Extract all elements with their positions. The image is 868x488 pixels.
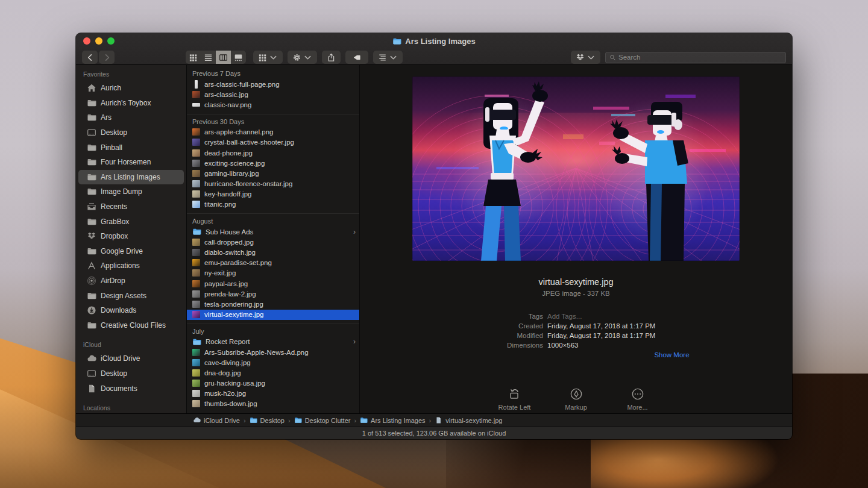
folder-icon bbox=[87, 157, 96, 167]
dropbox-button[interactable] bbox=[571, 51, 600, 64]
sidebar-item-four-horsemen[interactable]: Four Horsemen bbox=[78, 155, 184, 170]
file-group: AugustSub House Ads›call-dropped.jpgdiab… bbox=[187, 213, 359, 324]
file-name: Sub House Ads bbox=[206, 228, 253, 236]
sort-button[interactable] bbox=[373, 51, 403, 64]
file-row-call-dropped-jpg[interactable]: call-dropped.jpg bbox=[187, 237, 359, 247]
sidebar-item-design-assets[interactable]: Design Assets bbox=[78, 288, 184, 303]
file-thumbnail bbox=[192, 400, 200, 407]
path-separator: › bbox=[429, 417, 432, 424]
sidebar-item-icloud-drive[interactable]: iCloud Drive bbox=[78, 351, 184, 366]
path-item-ars-listing-images[interactable]: Ars Listing Images bbox=[360, 416, 425, 424]
download-icon bbox=[87, 305, 96, 315]
back-button[interactable] bbox=[82, 51, 98, 64]
title-bar: Ars Listing Images bbox=[76, 33, 792, 49]
file-row-crystal-ball-active-shooter-jpg[interactable]: crystal-ball-active-shooter.jpg bbox=[187, 137, 359, 148]
path-item-icloud-drive[interactable]: iCloud Drive bbox=[193, 416, 240, 424]
sidebar-item-applications[interactable]: Applications bbox=[78, 258, 184, 274]
file-row-ars-classic-jpg[interactable]: ars-classic.jpg bbox=[187, 89, 359, 99]
file-name: classic-nav.png bbox=[204, 101, 251, 108]
chevron-down-icon bbox=[269, 53, 278, 62]
sidebar-item-documents[interactable]: Documents bbox=[78, 381, 184, 396]
path-item-desktop[interactable]: Desktop bbox=[250, 416, 285, 424]
sidebar-item-label: Documents bbox=[101, 384, 137, 393]
file-row-emu-paradise-set-png[interactable]: emu-paradise-set.png bbox=[187, 258, 359, 268]
group-button[interactable] bbox=[253, 51, 283, 64]
sidebar-item-label: Desktop bbox=[101, 369, 127, 378]
metadata-row-modified: ModifiedFriday, August 17, 2018 at 1:17 … bbox=[360, 331, 792, 340]
file-row-classic-nav-png[interactable]: classic-nav.png bbox=[187, 99, 359, 110]
sidebar-item-creative-cloud-files[interactable]: Creative Cloud Files bbox=[78, 318, 184, 333]
airdrop-icon bbox=[87, 276, 96, 286]
search-input[interactable]: Search bbox=[605, 52, 786, 63]
cloud-icon bbox=[193, 416, 201, 424]
file-row-diablo-switch-jpg[interactable]: diablo-switch.jpg bbox=[187, 247, 359, 257]
file-row-dead-phone-jpg[interactable]: dead-phone.jpg bbox=[187, 148, 359, 158]
list-view-button[interactable] bbox=[201, 51, 216, 64]
tag-button[interactable] bbox=[345, 51, 368, 64]
metadata-row-created: CreatedFriday, August 17, 2018 at 1:17 P… bbox=[360, 321, 792, 331]
dropbox-icon bbox=[576, 53, 585, 62]
file-row-hurricane-florence-onstar-jpg[interactable]: hurricane-florence-onstar.jpg bbox=[187, 179, 359, 189]
file-row-ars-classic-full-page-png[interactable]: ars-classic-full-page.png bbox=[187, 79, 359, 89]
chevron-down-icon bbox=[303, 53, 312, 62]
sidebar-item-image-dump[interactable]: Image Dump bbox=[78, 184, 184, 199]
sidebar-item-grabbox[interactable]: GrabBox bbox=[78, 214, 184, 229]
gear-icon bbox=[292, 53, 301, 62]
group-header: August bbox=[187, 215, 359, 227]
file-row-sub-house-ads[interactable]: Sub House Ads› bbox=[187, 227, 359, 237]
markup-button[interactable]: Markup bbox=[555, 387, 598, 411]
file-row-thumbs-down-jpg[interactable]: thumbs-down.jpg bbox=[187, 399, 359, 409]
metadata-value[interactable]: Add Tags... bbox=[547, 313, 582, 320]
show-more-link[interactable]: Show More bbox=[654, 351, 689, 358]
file-row-ars-apple-channel-png[interactable]: ars-apple-channel.png bbox=[187, 127, 359, 137]
column-view-button[interactable] bbox=[216, 51, 231, 64]
icon-view-button[interactable] bbox=[186, 51, 201, 64]
sidebar-item-aurich-s-toybox[interactable]: Aurich's Toybox bbox=[78, 96, 184, 111]
sidebar: FavoritesAurichAurich's ToyboxArsDesktop… bbox=[76, 65, 187, 413]
more-button[interactable]: More... bbox=[616, 387, 659, 411]
forward-button[interactable] bbox=[99, 51, 115, 64]
file-row-gru-hacking-usa-jpg[interactable]: gru-hacking-usa.jpg bbox=[187, 378, 359, 389]
file-row-exciting-science-jpg[interactable]: exciting-science.jpg bbox=[187, 158, 359, 168]
sidebar-item-airdrop[interactable]: AirDrop bbox=[78, 274, 184, 289]
file-row-cave-diving-jpg[interactable]: cave-diving.jpg bbox=[187, 357, 359, 368]
file-name: gru-hacking-usa.jpg bbox=[204, 380, 265, 387]
sidebar-item-label: Dropbox bbox=[101, 232, 128, 240]
file-thumbnail bbox=[192, 249, 200, 256]
file-row-virtual-sexytime-jpg[interactable]: virtual-sexytime.jpg bbox=[187, 310, 359, 320]
sidebar-item-recents[interactable]: Recents bbox=[78, 199, 184, 214]
search-icon bbox=[609, 54, 616, 61]
folder-icon bbox=[87, 113, 96, 122]
sidebar-item-desktop[interactable]: Desktop bbox=[78, 125, 184, 140]
file-row-ny-exit-jpg[interactable]: ny-exit.jpg bbox=[187, 268, 359, 278]
sidebar-item-dropbox[interactable]: Dropbox bbox=[78, 229, 184, 244]
file-row-tesla-pondering-jpg[interactable]: tesla-pondering.jpg bbox=[187, 299, 359, 309]
sidebar-item-ars-listing-images[interactable]: Ars Listing Images bbox=[78, 170, 184, 185]
file-row-gaming-library-jpg[interactable]: gaming-library.jpg bbox=[187, 168, 359, 178]
file-row-paypal-ars-jpg[interactable]: paypal-ars.jpg bbox=[187, 278, 359, 289]
file-row-dna-dog-jpg[interactable]: dna-dog.jpg bbox=[187, 368, 359, 378]
sidebar-item-downloads[interactable]: Downloads bbox=[78, 303, 184, 318]
sidebar-item-desktop[interactable]: Desktop bbox=[78, 366, 184, 381]
action-button[interactable] bbox=[288, 51, 317, 64]
gallery-view-button[interactable] bbox=[231, 51, 246, 64]
sidebar-item-aurich[interactable]: Aurich bbox=[78, 81, 184, 96]
file-row-titanic-png[interactable]: titanic.png bbox=[187, 199, 359, 210]
file-thumbnail bbox=[192, 301, 200, 308]
rotate-left-button[interactable]: Rotate Left bbox=[493, 387, 536, 411]
file-thumbnail bbox=[192, 269, 200, 277]
share-button[interactable] bbox=[322, 51, 341, 64]
path-item-desktop-clutter[interactable]: Desktop Clutter bbox=[294, 416, 351, 424]
file-thumbnail bbox=[192, 349, 200, 356]
file-row-musk-h2o-jpg[interactable]: musk-h2o.jpg bbox=[187, 389, 359, 399]
file-row-prenda-law-2-jpg[interactable]: prenda-law-2.jpg bbox=[187, 289, 359, 299]
sidebar-item-pinball[interactable]: Pinball bbox=[78, 140, 184, 155]
file-row-key-handoff-jpg[interactable]: key-handoff.jpg bbox=[187, 189, 359, 199]
sidebar-section-label: Locations bbox=[76, 402, 186, 413]
sidebar-item-google-drive[interactable]: Google Drive bbox=[78, 244, 184, 259]
path-item-virtual-sexytime-jpg[interactable]: virtual-sexytime.jpg bbox=[435, 416, 502, 424]
file-row-rocket-report[interactable]: Rocket Report› bbox=[187, 337, 359, 347]
file-row-ars-subsribe-apple-news-ad-png[interactable]: Ars-Subsribe-Apple-News-Ad.png bbox=[187, 347, 359, 357]
folder-icon bbox=[87, 291, 96, 301]
sidebar-item-ars[interactable]: Ars bbox=[78, 110, 184, 125]
